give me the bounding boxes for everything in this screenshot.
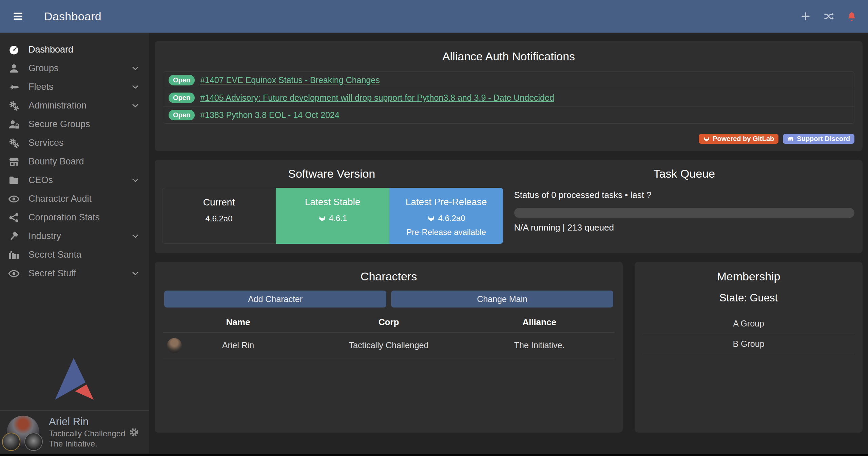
eye-icon (8, 268, 20, 279)
sidebar-item-label: Secure Groups (28, 119, 90, 130)
folder-icon (8, 175, 20, 186)
settings-gear-icon[interactable] (129, 427, 139, 437)
sidebar-spacer (0, 283, 149, 357)
task-queue-progressbar (514, 208, 855, 218)
main-content: Alliance Auth Notifications Open#1407 EV… (149, 33, 868, 454)
version-box-latest-stable: Latest Stable4.6.1 (276, 188, 389, 244)
sidebar-item-character-audit[interactable]: Character Audit (0, 190, 149, 208)
hammer-icon (8, 231, 20, 242)
gitlab-icon (427, 214, 435, 222)
version-box-label: Latest Stable (305, 197, 360, 207)
sidebar-item-label: Industry (28, 231, 61, 241)
user-info: Ariel Rin Tactically Challenged The Init… (49, 415, 125, 449)
membership-groups: A GroupB Group (643, 314, 854, 354)
task-queue-section: Task Queue Status of 0 processed tasks •… (509, 167, 863, 253)
notifications-bell-icon[interactable] (846, 11, 857, 22)
user-lock-icon (8, 119, 20, 130)
badge-label: Powered by GitLab (713, 135, 774, 143)
characters-panel: Characters Add CharacterChange Main Name… (155, 262, 623, 433)
share-icon (8, 212, 20, 223)
sidebar: DashboardGroupsFleetsAdministrationSecur… (0, 33, 149, 454)
add-character-button[interactable]: Add Character (164, 291, 386, 308)
gitlab-icon (703, 136, 710, 142)
version-number-text: 4.6.2a0 (438, 214, 465, 223)
sidebar-item-services[interactable]: Services (0, 134, 149, 152)
character-alliance-cell: The Initiative. (464, 340, 615, 350)
sidebar-item-secret-santa[interactable]: Secret Santa (0, 245, 149, 264)
sidebar-item-fleets[interactable]: Fleets (0, 78, 149, 96)
sidebar-item-secret-stuff[interactable]: Secret Stuff (0, 264, 149, 283)
sidebar-item-administration[interactable]: Administration (0, 96, 149, 115)
sidebar-item-label: Dashboard (28, 44, 73, 55)
notification-row: Open#1383 Python 3.8 EOL - 14 Oct 2024 (163, 106, 854, 123)
version-box-label: Latest Pre-Release (406, 197, 487, 207)
shuffle-icon[interactable] (823, 11, 834, 22)
sidebar-item-groups[interactable]: Groups (0, 59, 149, 78)
navbar-actions (800, 11, 857, 22)
powered-by-gitlab-badge[interactable]: Powered by GitLab (699, 134, 778, 144)
sidebar-item-label: Groups (28, 63, 59, 74)
user-corp: Tactically Challenged (49, 429, 125, 439)
membership-group-item: A Group (643, 314, 854, 334)
sidebar-item-label: Secret Santa (28, 250, 81, 260)
top-navbar: Dashboard (0, 0, 868, 33)
software-version-section: Software Version Current4.6.2a0Latest St… (155, 167, 509, 253)
characters-table-body: Ariel RinTactically ChallengedThe Initia… (163, 333, 615, 358)
chevron-down-icon (130, 64, 141, 73)
notification-link[interactable]: #1383 Python 3.8 EOL - 14 Oct 2024 (200, 110, 339, 120)
characters-table: NameCorpAlliance Ariel RinTactically Cha… (163, 317, 615, 358)
sidebar-item-dashboard[interactable]: Dashboard (0, 40, 149, 59)
support-discord-badge[interactable]: Support Discord (783, 134, 854, 144)
sidebar-item-label: Administration (28, 100, 86, 111)
sidebar-item-ceos[interactable]: CEOs (0, 171, 149, 190)
page-title: Dashboard (44, 10, 101, 23)
sidebar-item-label: Secret Stuff (28, 268, 76, 279)
character-name-cell: Ariel Rin (163, 340, 313, 350)
chevron-down-icon (130, 101, 141, 110)
chevron-down-icon (130, 176, 141, 185)
column-header-alliance: Alliance (464, 317, 615, 328)
column-header-name: Name (163, 317, 313, 328)
sidebar-item-industry[interactable]: Industry (0, 227, 149, 245)
badge-label: Support Discord (797, 135, 850, 143)
sidebar-item-label: Fleets (28, 82, 54, 92)
version-number: 4.6.2a0 (205, 214, 232, 223)
software-version-title: Software Version (155, 167, 509, 180)
hamburger-menu-icon[interactable] (11, 11, 25, 22)
sidebar-item-secure-groups[interactable]: Secure Groups (0, 115, 149, 134)
notification-link[interactable]: #1407 EVE Equinox Status - Breaking Chan… (200, 75, 380, 85)
sidebar-item-bounty-board[interactable]: Bounty Board (0, 152, 149, 171)
user-alliance: The Initiative. (49, 439, 125, 449)
gitlab-icon (318, 214, 326, 222)
gears-icon (8, 137, 20, 149)
sidebar-item-label: Character Audit (28, 194, 92, 204)
version-box-current: Current4.6.2a0 (162, 188, 276, 244)
jet-icon (8, 81, 20, 93)
notifications-list: Open#1407 EVE Equinox Status - Breaking … (163, 71, 854, 124)
sidebar-item-label: Corporation Stats (28, 212, 100, 223)
sidebar-item-label: CEOs (28, 175, 53, 185)
version-taskqueue-panel: Software Version Current4.6.2a0Latest St… (155, 160, 863, 253)
status-badge: Open (169, 75, 195, 85)
character-portrait (167, 338, 182, 353)
user-name: Ariel Rin (49, 415, 125, 429)
bottom-edge-strip (0, 454, 868, 456)
membership-title: Membership (635, 270, 863, 283)
version-note: Pre-Release available (406, 227, 486, 237)
alliance-auth-app: Dashboard DashboardGroupsFleetsAdministr… (0, 0, 868, 456)
change-main-button[interactable]: Change Main (391, 291, 613, 308)
sidebar-user-panel: Ariel Rin Tactically Challenged The Init… (0, 410, 149, 454)
notifications-title: Alliance Auth Notifications (155, 50, 863, 63)
notification-link[interactable]: #1405 Advisory: Future development will … (200, 93, 554, 103)
sidebar-item-label: Bounty Board (28, 156, 84, 167)
sidebar-item-label: Services (28, 138, 64, 148)
user-avatar-group (7, 416, 40, 449)
user-icon (8, 63, 20, 74)
version-box-label: Current (203, 197, 235, 208)
version-box-latest-pre-release: Latest Pre-Release4.6.2a0Pre-Release ava… (389, 188, 503, 244)
sidebar-item-corporation-stats[interactable]: Corporation Stats (0, 208, 149, 227)
add-character-icon[interactable] (800, 11, 811, 22)
notification-row: Open#1405 Advisory: Future development w… (163, 89, 854, 106)
status-badge: Open (169, 110, 195, 120)
version-number-text: 4.6.2a0 (205, 214, 232, 223)
